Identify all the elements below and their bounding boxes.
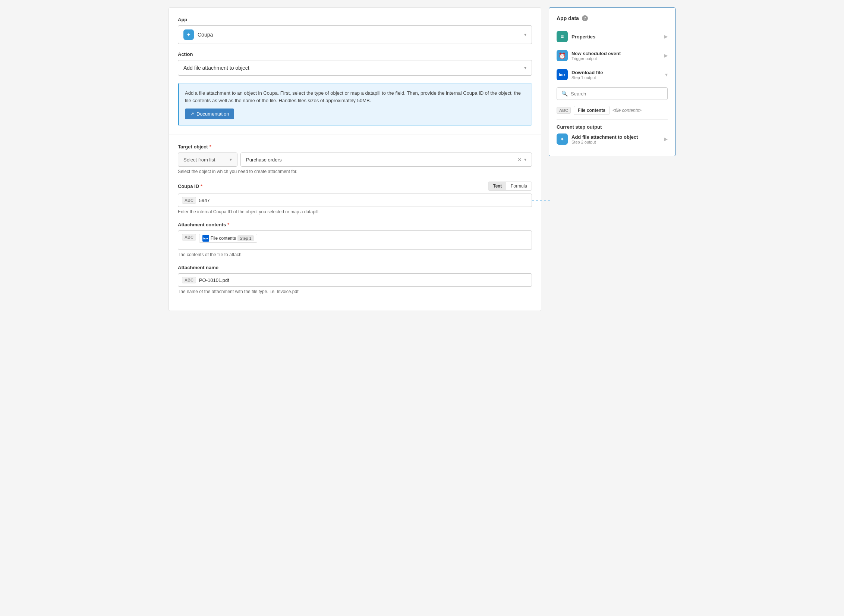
scheduled-event-text: New scheduled event Trigger output xyxy=(571,51,661,61)
attachment-contents-required: * xyxy=(227,222,229,227)
coupa-icon: ✦ xyxy=(183,29,194,40)
coupa-id-label: Coupa ID * xyxy=(178,183,202,189)
right-panel: App data ? ≡ Properties ▶ ⏰ New schedule… xyxy=(549,7,675,156)
file-contents-abc-pill: ABC xyxy=(557,107,571,114)
app-dropdown-arrow: ▾ xyxy=(524,32,526,37)
properties-chevron: ▶ xyxy=(664,34,668,39)
dashed-connector xyxy=(532,200,550,201)
scheduled-event-icon: ⏰ xyxy=(557,50,568,61)
current-step-chevron: ▶ xyxy=(664,136,668,142)
action-dropdown-arrow: ▾ xyxy=(524,65,526,70)
coupa-id-input-wrapper: ABC xyxy=(178,194,532,207)
download-file-sub: Step 1 output xyxy=(571,75,661,80)
app-name: Coupa xyxy=(198,32,213,38)
target-object-row: Select from list ▾ Purchase orders ✕ ▾ xyxy=(178,153,532,167)
select-list-arrow: ▾ xyxy=(230,157,232,162)
file-contents-row: ABC File contents <file contents> xyxy=(557,103,668,118)
attachment-name-abc-pill: ABC xyxy=(182,277,196,283)
properties-item[interactable]: ≡ Properties ▶ xyxy=(557,27,668,46)
scheduled-event-sub: Trigger output xyxy=(571,56,661,61)
app-label: App xyxy=(178,17,532,22)
search-icon: 🔍 xyxy=(561,91,568,97)
file-contents-pill-right[interactable]: File contents xyxy=(574,106,610,115)
target-object-required: * xyxy=(210,144,211,150)
scheduled-event-name: New scheduled event xyxy=(571,51,661,56)
attachment-name-wrapper: ABC xyxy=(178,273,532,287)
app-data-title: App data xyxy=(557,15,579,21)
attachment-contents-abc-pill: ABC xyxy=(182,234,196,241)
scheduled-event-item[interactable]: ⏰ New scheduled event Trigger output ▶ xyxy=(557,46,668,65)
current-step-text: Add file attachment to object Step 2 out… xyxy=(571,134,661,144)
attachment-contents-wrapper[interactable]: ABC box File contents Step 1 xyxy=(178,230,532,250)
purchase-orders-arrow: ▾ xyxy=(524,157,526,162)
attachment-name-input[interactable] xyxy=(199,277,528,283)
download-file-icon: box xyxy=(557,69,568,80)
app-dropdown[interactable]: ✦ Coupa ▾ xyxy=(178,25,532,44)
file-contents-placeholder: <file contents> xyxy=(612,108,642,113)
coupa-id-required: * xyxy=(201,183,202,189)
attachment-contents-hint: The contents of the file to attach. xyxy=(178,252,532,257)
target-object-label: Target object * xyxy=(178,144,532,150)
download-file-item[interactable]: box Download file Step 1 output ▾ xyxy=(557,65,668,84)
download-file-text: Download file Step 1 output xyxy=(571,70,661,80)
clear-purchase-orders-button[interactable]: ✕ xyxy=(517,157,522,163)
box-icon: box xyxy=(202,235,209,242)
documentation-button[interactable]: ↗ Documentation xyxy=(185,109,234,119)
step-badge: Step 1 xyxy=(237,235,254,241)
search-box[interactable]: 🔍 xyxy=(557,87,668,100)
download-file-dropdown[interactable]: ▾ xyxy=(665,72,668,78)
current-step-icon: ✦ xyxy=(557,133,568,145)
doc-icon: ↗ xyxy=(190,111,194,117)
select-from-list-button[interactable]: Select from list ▾ xyxy=(178,153,237,167)
text-toggle-button[interactable]: Text xyxy=(488,182,506,190)
action-dropdown[interactable]: Add file attachment to object ▾ xyxy=(178,60,532,76)
purchase-orders-select[interactable]: Purchase orders ✕ ▾ xyxy=(240,153,532,167)
app-data-header: App data ? xyxy=(557,15,668,21)
current-step-name: Add file attachment to object xyxy=(571,134,661,140)
help-icon[interactable]: ? xyxy=(582,15,588,21)
coupa-id-hint: Enter the internal Coupa ID of the objec… xyxy=(178,209,532,214)
current-step-item[interactable]: ✦ Add file attachment to object Step 2 o… xyxy=(557,130,668,148)
coupa-id-label-row: Coupa ID * Text Formula xyxy=(178,182,532,191)
search-input[interactable] xyxy=(571,91,663,97)
attachment-name-hint: The name of the attachment with the file… xyxy=(178,289,532,294)
file-contents-label: File contents xyxy=(211,236,236,241)
info-box: Add a file attachment to an object in Co… xyxy=(178,83,532,126)
current-step-output-title: Current step output xyxy=(557,119,668,130)
action-label: Action xyxy=(178,51,532,57)
text-formula-toggle: Text Formula xyxy=(488,182,532,191)
coupa-id-abc-pill: ABC xyxy=(182,197,196,204)
target-object-hint: Select the object in which you need to c… xyxy=(178,169,532,174)
section-divider xyxy=(169,135,541,135)
attachment-contents-label: Attachment contents * xyxy=(178,222,532,227)
properties-icon: ≡ xyxy=(557,31,568,42)
purchase-orders-value: Purchase orders xyxy=(246,157,517,163)
coupa-id-input[interactable] xyxy=(199,198,528,203)
file-contents-pill: box File contents Step 1 xyxy=(199,234,257,243)
attachment-name-label: Attachment name xyxy=(178,265,532,270)
info-text: Add a file attachment to an object in Co… xyxy=(185,89,526,104)
download-file-name: Download file xyxy=(571,70,661,75)
po-actions: ✕ ▾ xyxy=(517,157,526,163)
action-name: Add file attachment to object xyxy=(183,65,524,71)
current-step-sub: Step 2 output xyxy=(571,140,661,144)
select-from-list-label: Select from list xyxy=(183,157,215,163)
formula-toggle-button[interactable]: Formula xyxy=(506,182,532,190)
properties-text: Properties xyxy=(571,34,661,40)
properties-name: Properties xyxy=(571,34,661,40)
scheduled-event-chevron: ▶ xyxy=(664,53,668,58)
